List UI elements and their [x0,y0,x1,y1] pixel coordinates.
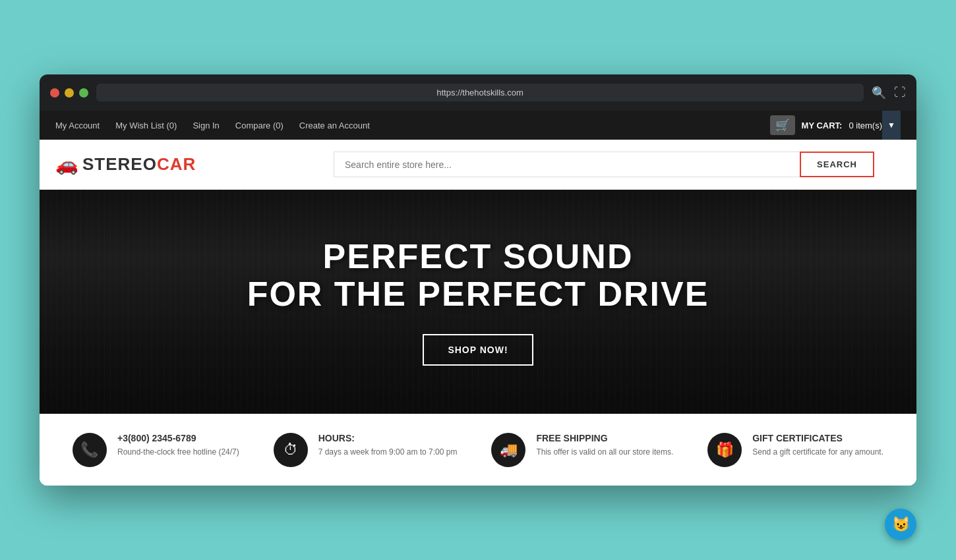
top-navigation: My Account My Wish List (0) Sign In Comp… [40,111,916,140]
create-account-link[interactable]: Create an Account [299,121,370,130]
chat-bubble[interactable]: 😺 [885,509,916,540]
feature-shipping-title: FREE SHIPPING [536,433,673,443]
hero-title-line2: FOR THE PERFECT DRIVE [247,275,709,313]
browser-window: https://thehotskills.com 🔍 ⛶ My Account … [40,74,916,486]
truck-icon: 🚚 [491,433,525,467]
feature-shipping-text: FREE SHIPPING This offer is valid on all… [536,433,673,458]
feature-shipping-desc: This offer is valid on all our store ite… [536,446,673,458]
feature-phone-text: +3(800) 2345-6789 Round-the-clock free h… [117,433,239,458]
clock-icon: ⏱ [274,433,308,467]
top-nav-links: My Account My Wish List (0) Sign In Comp… [55,121,370,130]
traffic-lights [50,88,88,98]
feature-shipping: 🚚 FREE SHIPPING This offer is valid on a… [491,433,673,467]
logo-icon: 🚗 [55,154,78,175]
feature-phone: 📞 +3(800) 2345-6789 Round-the-clock free… [73,433,239,467]
cart-label: MY CART: [802,121,843,130]
feature-phone-desc: Round-the-clock free hotline (24/7) [117,446,239,458]
gift-icon: 🎁 [707,433,742,467]
logo-car: CAR [157,154,196,174]
hero-content: PERFECT SOUND FOR THE PERFECT DRIVE SHOP… [247,238,709,366]
feature-gift-text: GIFT CERTIFICATES Send a gift certificat… [752,433,883,458]
compare-link[interactable]: Compare (0) [235,121,284,130]
browser-actions: 🔍 ⛶ [872,86,906,100]
feature-gift: 🎁 GIFT CERTIFICATES Send a gift certific… [707,433,883,467]
cart-count: 0 item(s) [849,121,882,130]
hero-banner: PERFECT SOUND FOR THE PERFECT DRIVE SHOP… [40,190,916,414]
url-text: https://thehotskills.com [436,88,523,98]
chat-icon: 😺 [892,516,910,533]
expand-icon[interactable]: ⛶ [894,86,906,99]
cart-icon-wrapper: 🛒 [770,115,795,135]
logo-text: STEREOCAR [82,154,196,175]
hero-title-line1: PERFECT SOUND [247,238,709,275]
maximize-button[interactable] [79,88,88,98]
my-account-link[interactable]: My Account [55,121,100,130]
feature-gift-desc: Send a gift certificate for any amount. [752,446,883,458]
wish-list-link[interactable]: My Wish List (0) [115,121,177,130]
feature-hours-desc: 7 days a week from 9:00 am to 7:00 pm [318,446,458,458]
logo[interactable]: 🚗 STEREOCAR [55,154,196,175]
minimize-button[interactable] [65,88,74,98]
dropdown-arrow[interactable]: ▼ [882,111,901,140]
site-header: 🚗 STEREOCAR SEARCH [40,140,916,190]
search-icon[interactable]: 🔍 [872,86,886,100]
feature-hours-title: HOURS: [318,433,458,443]
cart-area[interactable]: 🛒 MY CART: 0 item(s) [770,115,882,135]
close-button[interactable] [50,88,59,98]
browser-chrome: https://thehotskills.com 🔍 ⛶ [40,74,916,111]
search-area: SEARCH [334,152,874,177]
cart-icon: 🛒 [775,118,790,132]
features-bar: 📞 +3(800) 2345-6789 Round-the-clock free… [40,414,916,486]
feature-hours: ⏱ HOURS: 7 days a week from 9:00 am to 7… [274,433,458,467]
website-content: My Account My Wish List (0) Sign In Comp… [40,111,916,486]
logo-stereo: STEREO [82,154,157,174]
feature-phone-title: +3(800) 2345-6789 [117,433,239,443]
search-input[interactable] [334,152,800,177]
feature-hours-text: HOURS: 7 days a week from 9:00 am to 7:0… [318,433,458,458]
feature-gift-title: GIFT CERTIFICATES [752,433,883,443]
sign-in-link[interactable]: Sign In [193,121,219,130]
phone-icon: 📞 [73,433,107,467]
shop-now-button[interactable]: SHOP NOW! [423,334,533,366]
search-button[interactable]: SEARCH [800,152,874,177]
address-bar[interactable]: https://thehotskills.com [96,84,864,101]
